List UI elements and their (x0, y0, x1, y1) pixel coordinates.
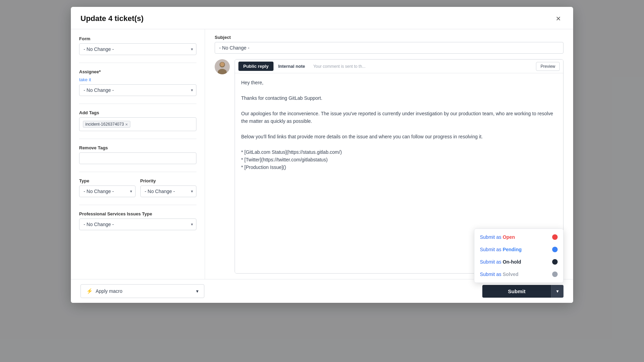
form-select-wrapper: - No Change - ▾ (79, 43, 196, 55)
left-panel: Form - No Change - ▾ Assignee* take it (71, 29, 205, 279)
subject-section: Subject (205, 29, 573, 54)
public-reply-tab[interactable]: Public reply (238, 62, 273, 71)
submit-dropdown-menu: Submit as Open Submit as Pending Submit … (474, 228, 564, 283)
ps-issues-field: Professional Services Issues Type - No C… (79, 211, 196, 230)
divider-2 (79, 104, 196, 104)
divider-5 (79, 205, 196, 205)
assignee-label: Assignee* (79, 69, 196, 74)
take-it-link[interactable]: take it (79, 77, 91, 82)
svg-point-3 (220, 62, 224, 66)
ps-issues-select[interactable]: - No Change - (79, 219, 196, 230)
modal-footer: ⚡ Apply macro ▾ Submit as Open Submit as… (71, 279, 573, 303)
ps-issues-select-wrapper: - No Change - ▾ (79, 219, 196, 230)
form-field: Form - No Change - ▾ (79, 36, 196, 55)
tag-text: incident-1626374073 (85, 122, 124, 127)
priority-select[interactable]: - No Change - (140, 185, 197, 197)
type-field: Type - No Change - ▾ (79, 178, 136, 197)
submit-button[interactable]: Submit (482, 285, 551, 298)
modal-header: Update 4 ticket(s) × (71, 7, 573, 29)
submit-open-label: Submit as Open (480, 234, 552, 240)
submit-chevron-icon: ▾ (556, 288, 559, 294)
tags-input-box[interactable]: incident-1626374073 × (79, 117, 196, 131)
type-priority-row: Type - No Change - ▾ Priority - No C (79, 178, 196, 204)
modal: Update 4 ticket(s) × Form - No Change - … (71, 7, 573, 303)
open-status-dot (552, 234, 558, 240)
subject-label: Subject (215, 35, 564, 40)
subject-input[interactable] (215, 42, 564, 54)
priority-label: Priority (140, 178, 197, 183)
submit-dropdown-button[interactable]: ▾ (551, 285, 564, 298)
type-label: Type (79, 178, 136, 183)
solved-status-dot (552, 272, 558, 277)
assignee-field: Assignee* take it - No Change - ▾ (79, 69, 196, 96)
modal-title: Update 4 ticket(s) (80, 14, 143, 23)
apply-macro-chevron-icon: ▾ (196, 288, 198, 294)
reply-hint: Your comment is sent to th... (313, 64, 536, 69)
submit-solved-label: Submit as Solved (480, 272, 552, 277)
submit-pending-item[interactable]: Submit as Pending (474, 243, 563, 256)
remove-tags-field: Remove Tags (79, 145, 196, 164)
divider-3 (79, 139, 196, 139)
ps-issues-label: Professional Services Issues Type (79, 211, 196, 216)
apply-macro-left: ⚡ Apply macro (86, 288, 122, 294)
submit-onhold-label: Submit as On-hold (480, 259, 552, 265)
submit-pending-label: Submit as Pending (480, 247, 552, 252)
form-select[interactable]: - No Change - (79, 43, 196, 55)
priority-select-wrapper: - No Change - ▾ (140, 185, 197, 197)
assignee-select[interactable]: - No Change - (79, 84, 196, 96)
close-button[interactable]: × (553, 13, 564, 24)
apply-macro-button[interactable]: ⚡ Apply macro ▾ (80, 284, 204, 298)
assignee-select-wrapper: - No Change - ▾ (79, 84, 196, 96)
form-label: Form (79, 36, 196, 41)
preview-button[interactable]: Preview (536, 62, 560, 71)
submit-group: Submit as Open Submit as Pending Submit … (482, 285, 564, 298)
add-tags-field: Add Tags incident-1626374073 × (79, 110, 196, 131)
internal-note-tab[interactable]: Internal note (273, 62, 310, 71)
divider-1 (79, 63, 196, 63)
submit-open-item[interactable]: Submit as Open (474, 231, 563, 243)
modal-overlay: Update 4 ticket(s) × Form - No Change - … (0, 0, 644, 362)
divider-4 (79, 172, 196, 172)
pending-status-dot (552, 247, 558, 252)
reply-toolbar: Public reply Internal note Your comment … (235, 60, 563, 73)
add-tags-label: Add Tags (79, 110, 196, 115)
type-select[interactable]: - No Change - (79, 185, 136, 197)
lightning-icon: ⚡ (86, 288, 93, 294)
type-select-wrapper: - No Change - ▾ (79, 185, 136, 197)
remove-tags-input[interactable] (79, 152, 196, 164)
submit-onhold-item[interactable]: Submit as On-hold (474, 256, 563, 268)
submit-solved-item[interactable]: Submit as Solved (474, 268, 563, 280)
avatar (215, 59, 230, 74)
onhold-status-dot (552, 259, 558, 265)
tag-badge: incident-1626374073 × (83, 121, 130, 128)
remove-tags-label: Remove Tags (79, 145, 196, 150)
priority-field: Priority - No Change - ▾ (140, 178, 197, 197)
apply-macro-label: Apply macro (96, 288, 122, 294)
tag-remove-button[interactable]: × (125, 122, 128, 127)
